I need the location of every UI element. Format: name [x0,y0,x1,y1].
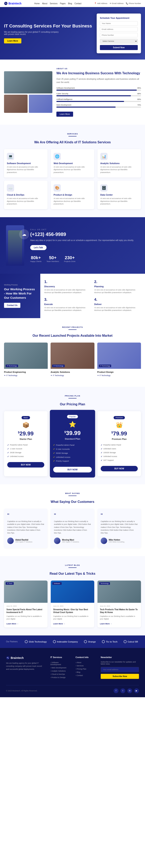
footer-service-link[interactable]: › Product & Design [50,676,70,679]
pricing-buy-button[interactable]: BUY NOW [101,466,138,471]
footer-service-link[interactable]: › Web Development [50,666,70,670]
site-logo[interactable]: Braintech [4,2,22,5]
partner-logo: ⬡Orange [84,640,96,644]
hero-cta-button[interactable]: Learn More [4,38,21,43]
service-name: Software Development [7,162,45,164]
progress-label-text: Cyber Security [57,93,68,95]
blog-excerpt: Capitalize on our thinking that is avail… [53,615,92,621]
service-desc: At vero eos et accusamus et iusto odio d… [100,166,138,174]
form-phone-input[interactable] [100,33,138,37]
cta-button[interactable]: Let's Talk [30,245,46,250]
pricing-feature: 5 User Accounts [53,447,92,451]
nav-services[interactable]: Services [50,2,58,5]
social-facebook[interactable]: f [114,688,118,693]
blog-learn-more[interactable]: Learn More → [6,623,19,625]
pricing-feature: Powerful Admin Panel [7,443,44,447]
form-submit-button[interactable]: Submit Now [100,45,138,50]
project-card: IT Technology Analytic Solutions ✦ IT Te… [50,343,94,379]
process-step: 4. Deliver At vero eos et accusamus et i… [94,298,141,312]
footer-info-link[interactable]: › About [75,661,95,664]
footer-service-link[interactable]: › Software Development [50,661,70,666]
process-cta-button[interactable]: Contact Us [4,303,20,308]
pricing-badge: Popular [67,415,78,418]
testimonial-author: Moving Mavi CEO Spark IT Solutions [54,537,91,544]
pricing-feature: Unlimited Access [53,455,92,459]
pricing-feature: Powerful Admin Panel [53,443,92,447]
footer-info-link[interactable]: › Blog [75,671,95,674]
service-desc: At vero eos et accusamus et iusto odio d… [53,166,92,174]
service-desc: At vero eos et accusamus et iusto odio d… [100,197,138,206]
blog-learn-more[interactable]: Learn More → [53,623,65,625]
blog-content: June 22, 2023 Some Special Facts About T… [4,603,47,627]
step-name: Execute [44,303,91,305]
service-card: 🌐 Web Development At vero eos et accusam… [51,149,94,178]
phone-icon: 📞 [126,2,128,4]
nav-about[interactable]: About [42,2,47,5]
process-section: Working Process Our Working Process - Ho… [0,274,145,318]
blog-section: Latest Blog Read Our Latest Tips & Trick… [0,556,145,636]
testimonials-title: What Saying Our Customers [4,500,141,504]
blog-content: June 22, 2023 Tech Products That Makes I… [98,603,141,627]
projects-section: Recent Projects Our Recent Launched Proj… [0,318,145,387]
project-image: IT Technology [50,343,94,369]
footer-service-link[interactable]: › Cloud & DevOps [50,673,70,676]
blog-learn-more[interactable]: Learn More → [100,623,112,625]
social-twitter[interactable]: t [120,688,125,693]
about-tag: About Us [57,68,141,70]
progress-value: 80% [137,98,141,100]
form-service-select[interactable]: Select Service [100,39,138,43]
about-title: We Are Increasing Business Success With … [57,71,141,75]
blog-date: June 22, 2023 [6,605,45,607]
footer-about-text: We are leading agency for your global IT… [6,662,44,671]
newsletter-email-input[interactable] [101,667,139,672]
testimonial-card: " Capitalize on our thinking that is act… [98,509,141,548]
about-learn-more-button[interactable]: Learn More [57,112,73,117]
pricing-buy-button[interactable]: BUY NOW [7,462,44,467]
progress-fill [57,101,124,102]
footer-info-link[interactable]: › Services [75,664,95,668]
blog-post-title: Some Special Facts About The Latest Invo… [6,608,45,614]
progress-fill [57,106,116,107]
social-linkedin[interactable]: in [127,688,132,693]
footer-services-list: › Software Development› Web Development›… [50,661,70,679]
location-icon: 📍 [94,2,97,4]
blog-title: Read Our Latest Tips & Tricks [4,572,141,576]
newsletter-submit-button[interactable]: Subscribe Now [101,674,139,679]
footer-service-link[interactable]: › Analytic Solutions [50,670,70,673]
blog-content: June 22, 2023 Streaming Music: Give Up Y… [51,603,94,627]
progress-fill [57,90,137,91]
form-email-input[interactable] [100,27,138,31]
progress-bar [57,101,141,102]
pricing-price: $39.99 [53,430,92,436]
process-step: 1. Discovery At vero eos et accusamus et… [44,280,91,294]
newsletter-desc: Subscribe to our newsletter for updates … [101,661,139,665]
partner-logo: ⬡Calcul SR [123,640,138,644]
progress-value: 95% [137,87,141,89]
cloud-decoration: ☁ [19,229,29,239]
project-category: IT Technology [99,365,111,367]
nav-contact[interactable]: Contact [74,2,81,5]
pricing-features-list: Powerful Admin Panel5 User Accounts50GB … [53,443,92,463]
footer-about: Braintech We are leading agency for your… [6,656,44,679]
progress-bar [57,95,141,96]
pricing-buy-button[interactable]: BUY NOW [53,467,92,472]
form-title: Schedule Your Appointment [100,17,138,19]
about-image-2 [29,95,52,113]
form-name-input[interactable] [100,21,138,26]
pricing-feature: Unlimited Users [101,447,138,451]
nav-blog[interactable]: Blog [68,2,72,5]
nav-home[interactable]: Home [34,2,40,5]
progress-item: Cyber Security 88% [57,93,141,96]
author-avatar [101,537,107,544]
service-icon: ☁️ [7,184,14,192]
author-title: CEO Spark IT Solutions [62,541,79,543]
testimonial-card: " Capitalize on our thinking that is act… [4,509,47,548]
social-youtube[interactable]: ▶ [134,688,139,693]
service-card: 💻 Software Development At vero eos et ac… [4,149,47,178]
project-name: Product Engineering [4,371,48,373]
footer-info-link[interactable]: › Pricing Plan [75,668,95,671]
footer-info-list: › About› Services› Pricing Plan› Blog› C… [75,661,95,677]
nav-pages[interactable]: Pages [60,2,66,5]
footer-info-link[interactable]: › Contact [75,674,95,677]
project-info: Product Design ✦ IT Technology [97,369,141,379]
